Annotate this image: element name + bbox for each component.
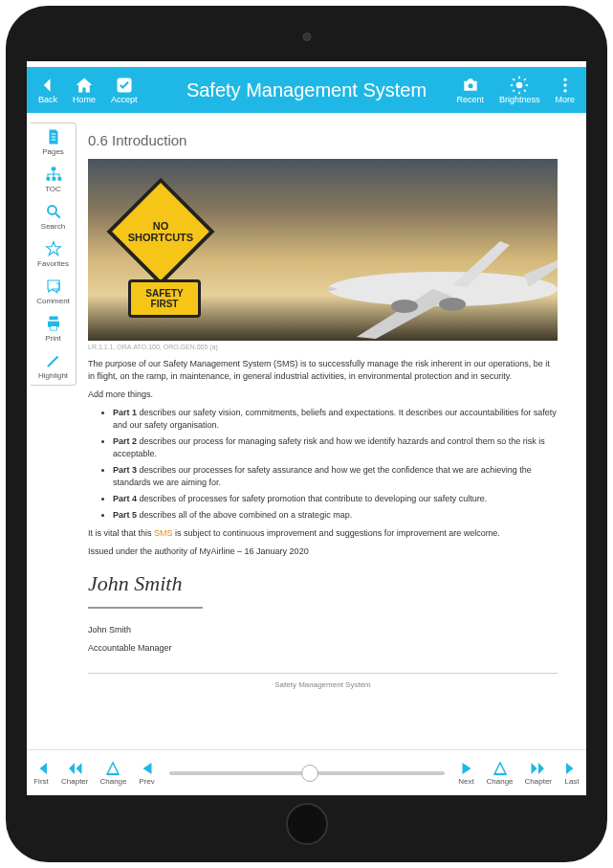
change-prev-button[interactable]: Change [94, 757, 132, 789]
highlight-label: Highlight [38, 371, 68, 380]
camera-icon [461, 76, 480, 95]
part-3: Part 3 describes our processes for safet… [113, 464, 558, 489]
triangle-left-icon [139, 760, 156, 777]
bottom-toolbar: First Chapter Change Prev Next Change Ch… [27, 749, 586, 795]
home-label: Home [73, 95, 96, 104]
sitemap-icon [45, 166, 62, 183]
signer-role: Accountable Manager [88, 642, 558, 655]
last-icon [563, 760, 580, 777]
dots-icon [556, 76, 575, 95]
arrow-left-icon [38, 76, 57, 95]
page-slider[interactable] [162, 771, 452, 775]
print-icon [45, 315, 62, 332]
chapter-next-button[interactable]: Chapter [519, 757, 558, 789]
home-icon [75, 76, 94, 95]
more-label: More [555, 95, 575, 104]
last-button[interactable]: Last [558, 757, 586, 789]
airplane-graphic [299, 212, 558, 341]
triangle-right-icon [458, 760, 475, 777]
chapter-prev-button[interactable]: Chapter [55, 757, 94, 789]
check-icon [115, 76, 134, 95]
part-2: Part 2 describes our process for managin… [113, 435, 558, 460]
forward-icon [530, 760, 547, 777]
section-heading: 0.6 Introduction [88, 130, 558, 151]
camera-dot [302, 33, 311, 41]
tablet-frame: Back Home Accept Safety Management Syste… [6, 6, 607, 862]
pages-label: Pages [42, 147, 64, 156]
part-1: Part 1 describes our safety vision, comm… [113, 407, 558, 432]
sign-safety-first: SAFETY FIRST [128, 279, 201, 318]
first-icon [33, 760, 50, 777]
vital-paragraph: It is vital that this SMS is subject to … [88, 527, 558, 540]
signer-name: John Smith [88, 624, 558, 636]
svg-point-25 [439, 298, 466, 311]
next-button[interactable]: Next [452, 757, 481, 789]
svg-point-24 [391, 300, 418, 313]
print-button[interactable]: Print [31, 310, 76, 347]
screen: Back Home Accept Safety Management Syste… [27, 61, 586, 795]
toc-button[interactable]: TOC [31, 161, 76, 198]
signature: John Smith [88, 568, 558, 599]
delta-right-icon [492, 760, 509, 777]
pencil-icon [45, 352, 62, 369]
topbar-left: Back Home Accept [31, 72, 145, 108]
comment-icon [45, 278, 62, 295]
accept-label: Accept [111, 95, 138, 104]
brightness-label: Brightness [499, 95, 540, 104]
first-button[interactable]: First [27, 757, 55, 789]
rewind-icon [66, 760, 83, 777]
intro-paragraph: The purpose of our Safety Management Sys… [88, 358, 558, 383]
back-button[interactable]: Back [31, 72, 65, 108]
parts-list: Part 1 describes our safety vision, comm… [88, 407, 558, 522]
accept-button[interactable]: Accept [103, 72, 145, 108]
star-icon [45, 240, 62, 257]
side-toolbar: Pages TOC Search Favorites Comment Print… [31, 122, 77, 386]
brightness-button[interactable]: Brightness [492, 72, 548, 108]
toc-label: TOC [45, 185, 61, 193]
topbar-right: Recent Brightness More [449, 72, 582, 108]
page-icon [45, 128, 62, 145]
comment-button[interactable]: Comment [31, 273, 76, 310]
signature-underline [88, 605, 203, 611]
issued-paragraph: Issued under the authority of MyAirline … [88, 545, 558, 558]
search-label: Search [41, 222, 65, 231]
image-caption: LR.1.1.1, ORA.ATO.100, ORO.GEN.005 (a) [88, 343, 558, 352]
sign-no-shortcuts: NO SHORTCUTS [106, 177, 214, 285]
search-icon [45, 203, 62, 220]
prev-button[interactable]: Prev [133, 757, 162, 789]
home-button[interactable]: Home [65, 72, 103, 108]
more-button[interactable]: More [547, 72, 582, 108]
change-next-button[interactable]: Change [481, 757, 519, 789]
part-4: Part 4 describes of processes for safety… [113, 493, 558, 505]
add-more-paragraph: Add more things. [88, 389, 558, 401]
comment-label: Comment [36, 297, 70, 305]
device-home-button[interactable] [286, 803, 328, 845]
sun-icon [510, 76, 529, 95]
recent-label: Recent [456, 95, 484, 104]
sms-link[interactable]: SMS [154, 528, 173, 538]
document-body[interactable]: 0.6 Introduction NO SHORTCUTS SAFETY FIR… [27, 113, 586, 749]
delta-left-icon [104, 760, 121, 777]
top-toolbar: Back Home Accept Safety Management Syste… [27, 67, 586, 113]
search-button[interactable]: Search [31, 198, 76, 235]
back-label: Back [38, 95, 57, 104]
print-label: Print [45, 334, 60, 343]
part-5: Part 5 describes all of the above combin… [113, 509, 558, 522]
highlight-button[interactable]: Highlight [31, 347, 76, 385]
favorites-button[interactable]: Favorites [31, 235, 76, 273]
recent-button[interactable]: Recent [449, 72, 492, 108]
favorites-label: Favorites [37, 259, 69, 268]
page-footer: Safety Management System [88, 673, 558, 691]
hero-image: NO SHORTCUTS SAFETY FIRST [88, 159, 558, 341]
pages-button[interactable]: Pages [31, 123, 76, 161]
